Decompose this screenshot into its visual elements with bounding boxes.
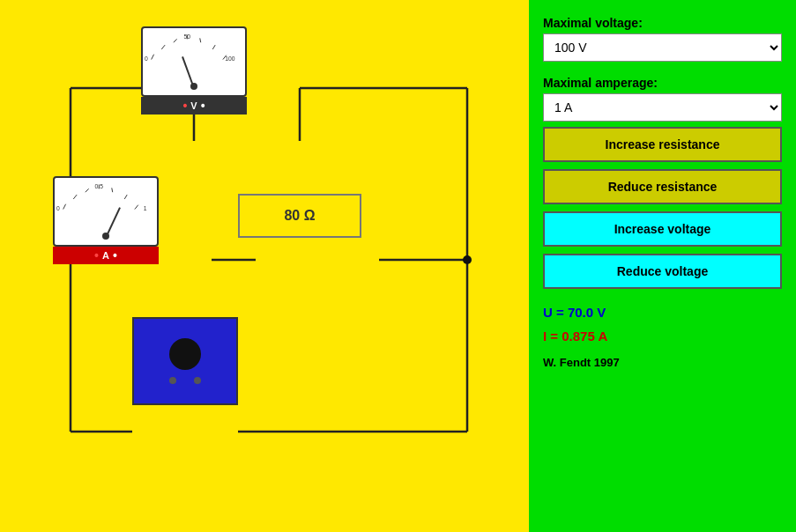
resistor-box: 80 Ω [238, 194, 361, 238]
current-display: I = 0.875 A [543, 329, 782, 344]
svg-line-28 [86, 188, 89, 192]
reduce-resistance-button[interactable]: Reduce resistance [543, 169, 782, 204]
svg-line-20 [200, 38, 201, 42]
battery-terminals [169, 377, 201, 384]
credit-text: W. Fendt 1997 [543, 356, 782, 369]
max-voltage-label: Maximal voltage: [543, 16, 782, 30]
voltmeter-dot-left: • [182, 99, 187, 113]
svg-line-18 [174, 39, 177, 42]
svg-text:100: 100 [225, 55, 235, 62]
reduce-voltage-button[interactable]: Reduce voltage [543, 254, 782, 289]
circuit-wires [0, 0, 529, 532]
ammeter-label-bar: • A • [53, 247, 159, 264]
max-voltage-select[interactable]: 100 V 50 V 200 V [543, 33, 782, 62]
ammeter-dot-right: • [113, 248, 117, 262]
voltage-display: U = 70.0 V [543, 305, 782, 320]
battery-symbol [169, 338, 201, 370]
ammeter-pivot [102, 233, 109, 240]
svg-line-16 [152, 55, 154, 60]
svg-line-17 [161, 45, 165, 49]
ammeter-dot-left: • [94, 248, 99, 262]
voltmeter-body: 0 50 100 [141, 26, 247, 97]
controls-panel: Maximal voltage: 100 V 50 V 200 V Maxima… [529, 0, 796, 532]
max-amperage-label: Maximal amperage: [543, 76, 782, 90]
svg-line-30 [112, 188, 113, 192]
svg-line-32 [135, 205, 138, 210]
svg-line-26 [63, 204, 66, 210]
voltmeter-label-bar: • V • [141, 97, 247, 115]
ammeter-body: 0 0.5 1 [53, 176, 159, 247]
voltmeter: 0 50 100 • V • [141, 26, 247, 123]
increase-resistance-button[interactable]: Increase resistance [543, 127, 782, 162]
ammeter-label: A [102, 250, 109, 261]
battery-terminal-right [194, 377, 201, 384]
voltmeter-pivot [190, 83, 197, 90]
svg-text:1: 1 [144, 205, 147, 211]
voltmeter-dot-right: • [201, 99, 205, 113]
increase-voltage-button[interactable]: Increase voltage [543, 211, 782, 247]
voltmeter-scale-svg: 0 50 100 [143, 30, 245, 65]
ammeter-scale-svg: 0 0.5 1 [55, 180, 157, 215]
ammeter: 0 0.5 1 • A • [53, 176, 159, 264]
resistor-value: 80 Ω [284, 208, 315, 224]
circuit-panel: 0 50 100 • V • 0 [0, 0, 529, 532]
svg-line-21 [212, 45, 215, 49]
svg-point-12 [463, 255, 472, 264]
max-amperage-select[interactable]: 1 A 2 A 0.5 A [543, 93, 782, 122]
svg-text:0: 0 [145, 55, 148, 62]
svg-line-27 [73, 195, 77, 199]
voltmeter-label: V [190, 100, 197, 111]
svg-line-31 [124, 195, 127, 199]
battery-terminal-left [169, 377, 176, 384]
battery [132, 317, 238, 405]
svg-text:0: 0 [56, 205, 60, 211]
